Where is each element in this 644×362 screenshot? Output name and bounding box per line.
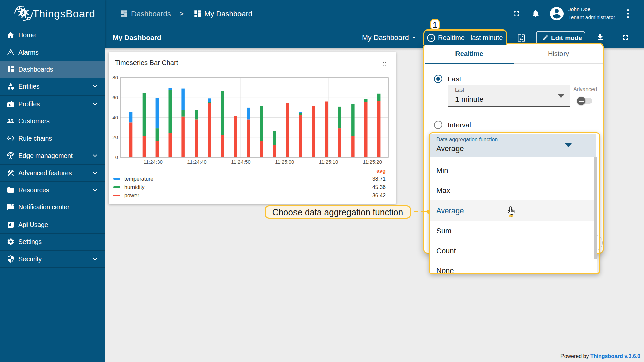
svg-text:0: 0	[115, 154, 118, 160]
svg-text:11:24:30: 11:24:30	[144, 159, 163, 165]
svg-text:40: 40	[112, 115, 118, 120]
svg-text:11:24:40: 11:24:40	[187, 159, 206, 165]
svg-text:11:25:10: 11:25:10	[319, 159, 338, 165]
svg-text:80: 80	[112, 75, 118, 80]
svg-text:11:25:00: 11:25:00	[275, 159, 294, 165]
svg-text:11:25:20: 11:25:20	[363, 159, 382, 165]
svg-text:20: 20	[112, 134, 118, 140]
svg-text:11:24:50: 11:24:50	[231, 159, 250, 165]
svg-text:60: 60	[112, 95, 118, 100]
